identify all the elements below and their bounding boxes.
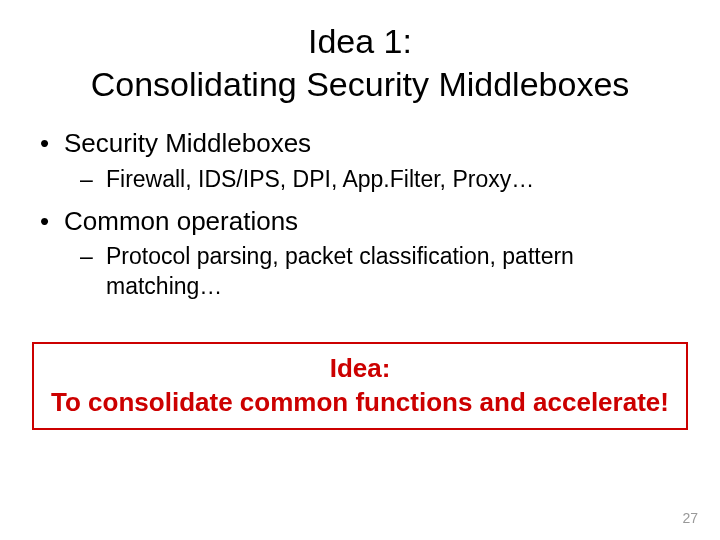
bullet-text: Protocol parsing, packet classification,… — [106, 243, 574, 299]
callout-title: Idea: — [44, 352, 676, 386]
slide: Idea 1: Consolidating Security Middlebox… — [0, 0, 720, 540]
bullet-text: Firewall, IDS/IPS, DPI, App.Filter, Prox… — [106, 166, 534, 192]
page-number: 27 — [682, 510, 698, 526]
title-line-2: Consolidating Security Middleboxes — [91, 65, 630, 103]
callout-body: To consolidate common functions and acce… — [44, 386, 676, 420]
bullet-text: Common operations — [64, 206, 298, 236]
bullet-level1: Security Middleboxes — [36, 127, 690, 161]
bullet-level2: Protocol parsing, packet classification,… — [36, 242, 690, 302]
idea-callout-box: Idea: To consolidate common functions an… — [32, 342, 688, 430]
title-line-1: Idea 1: — [308, 22, 412, 60]
bullet-text: Security Middleboxes — [64, 128, 311, 158]
content-area: Security Middleboxes Firewall, IDS/IPS, … — [30, 127, 690, 302]
slide-title: Idea 1: Consolidating Security Middlebox… — [30, 20, 690, 105]
bullet-level2: Firewall, IDS/IPS, DPI, App.Filter, Prox… — [36, 165, 690, 195]
bullet-level1: Common operations — [36, 205, 690, 239]
